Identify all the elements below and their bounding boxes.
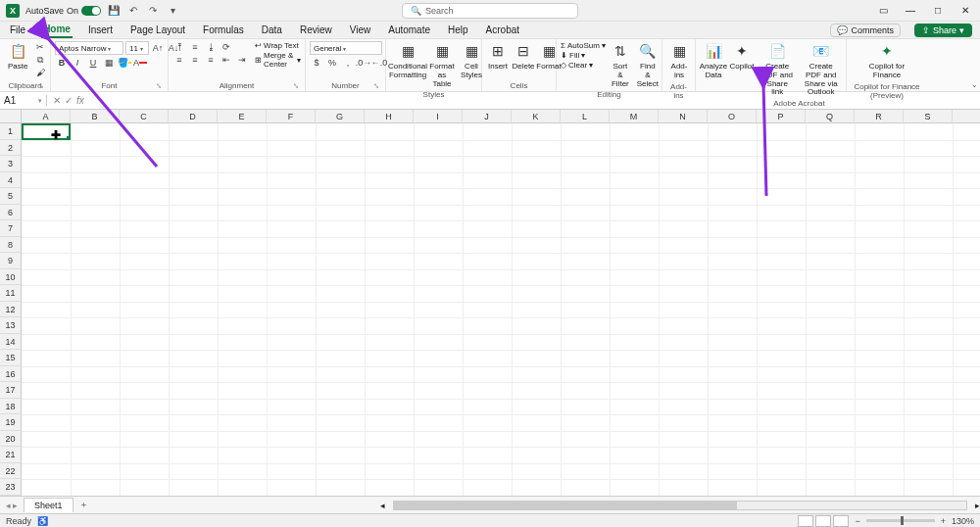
align-right-icon[interactable]: ≡ — [204, 54, 218, 66]
col-header[interactable]: P — [757, 110, 806, 122]
row-header[interactable]: 10 — [0, 269, 21, 286]
tab-page-layout[interactable]: Page Layout — [128, 23, 187, 37]
col-header[interactable]: I — [414, 110, 463, 122]
tab-view[interactable]: View — [348, 23, 373, 37]
autosave-toggle[interactable]: AutoSave On — [25, 6, 101, 16]
row-header[interactable]: 21 — [0, 447, 21, 463]
wrap-text-button[interactable]: ↩Wrap Text — [255, 41, 301, 50]
enter-formula-icon[interactable]: ✓ — [65, 95, 73, 106]
add-sheet-button[interactable]: ＋ — [74, 499, 94, 511]
italic-button[interactable]: I — [71, 57, 84, 69]
decrease-decimal-icon[interactable]: ←.0 — [372, 57, 386, 69]
tab-help[interactable]: Help — [446, 23, 470, 37]
increase-indent-icon[interactable]: ⇥ — [235, 54, 249, 66]
col-header[interactable]: D — [169, 110, 218, 122]
undo-icon[interactable]: ↶ — [126, 4, 140, 18]
row-header[interactable]: 9 — [0, 253, 21, 269]
row-header[interactable]: 6 — [0, 205, 21, 221]
worksheet-grid[interactable]: ABCDEFGHIJKLMNOPQRS 12345678910111213141… — [0, 110, 980, 502]
row-header[interactable]: 23 — [0, 479, 21, 496]
analyze-data-button[interactable]: 📊Analyze Data — [700, 41, 727, 82]
page-break-view-icon[interactable] — [833, 515, 849, 527]
col-header[interactable]: F — [267, 110, 316, 122]
col-header[interactable]: G — [316, 110, 365, 122]
fill-color-button[interactable]: 🪣 — [118, 57, 131, 69]
accessibility-icon[interactable]: ♿ — [37, 516, 48, 526]
horizontal-scrollbar[interactable] — [393, 501, 967, 510]
copy-icon[interactable]: ⧉ — [33, 54, 47, 66]
normal-view-icon[interactable] — [798, 515, 813, 527]
tab-acrobat[interactable]: Acrobat — [484, 23, 521, 37]
row-header[interactable]: 11 — [0, 285, 21, 302]
select-all-corner[interactable] — [0, 110, 22, 123]
row-header[interactable]: 17 — [0, 382, 21, 399]
name-box[interactable]: A1▾ — [0, 95, 47, 106]
increase-font-icon[interactable]: A↑ — [151, 42, 165, 54]
page-layout-view-icon[interactable] — [815, 515, 831, 527]
scroll-right-icon[interactable]: ▸ — [975, 501, 980, 510]
cells-area[interactable]: ✚ — [22, 123, 980, 502]
column-headers[interactable]: ABCDEFGHIJKLMNOPQRS — [22, 110, 980, 123]
row-header[interactable]: 2 — [0, 140, 21, 157]
paste-button[interactable]: 📋 Paste — [4, 41, 31, 73]
row-header[interactable]: 18 — [0, 399, 21, 415]
maximize-icon[interactable]: □ — [929, 2, 947, 20]
zoom-in-icon[interactable]: + — [941, 516, 946, 526]
font-color-button[interactable]: A — [133, 57, 147, 69]
bold-button[interactable]: B — [55, 57, 69, 69]
zoom-out-icon[interactable]: − — [855, 516, 859, 526]
format-as-table-button[interactable]: ▦Format as Table — [427, 41, 457, 90]
cancel-formula-icon[interactable]: ✕ — [53, 95, 61, 106]
search-input[interactable]: 🔍 Search — [402, 3, 578, 19]
align-bottom-icon[interactable]: ⭳ — [204, 41, 218, 53]
zoom-level[interactable]: 130% — [952, 516, 974, 526]
increase-decimal-icon[interactable]: .0→ — [357, 57, 370, 69]
conditional-formatting-button[interactable]: ▦Conditional Formatting — [390, 41, 425, 82]
comma-icon[interactable]: , — [341, 57, 355, 69]
row-header[interactable]: 7 — [0, 220, 21, 237]
active-cell[interactable]: ✚ — [22, 123, 71, 140]
tab-home[interactable]: Home — [41, 22, 73, 38]
row-header[interactable]: 3 — [0, 156, 21, 172]
row-header[interactable]: 4 — [0, 172, 21, 189]
align-left-icon[interactable]: ≡ — [172, 54, 186, 66]
percent-icon[interactable]: % — [325, 57, 339, 69]
col-header[interactable]: K — [512, 110, 561, 122]
accounting-icon[interactable]: $ — [310, 57, 323, 69]
row-header[interactable]: 16 — [0, 366, 21, 383]
copilot-finance-button[interactable]: ✦Copilot for Finance — [851, 41, 923, 82]
launcher-icon[interactable]: ⤡ — [156, 82, 162, 90]
comments-button[interactable]: 💬 Comments — [830, 24, 901, 37]
col-header[interactable]: A — [22, 110, 71, 122]
tab-review[interactable]: Review — [298, 23, 334, 37]
col-header[interactable]: O — [708, 110, 757, 122]
minimize-icon[interactable]: — — [902, 2, 919, 20]
border-button[interactable]: ▦ — [102, 57, 116, 69]
scroll-left-icon[interactable]: ◂ — [380, 501, 385, 510]
font-size-select[interactable]: 11▾ — [125, 41, 149, 55]
qat-dropdown-icon[interactable]: ▾ — [166, 4, 179, 18]
underline-button[interactable]: U — [86, 57, 100, 69]
sheet-tab-active[interactable]: Sheet1 — [24, 498, 74, 512]
tab-automate[interactable]: Automate — [386, 23, 432, 37]
sort-filter-button[interactable]: ⇅Sort & Filter — [608, 41, 633, 90]
col-header[interactable]: R — [855, 110, 904, 122]
redo-icon[interactable]: ↷ — [146, 4, 160, 18]
number-format-select[interactable]: General▾ — [310, 41, 382, 55]
launcher-icon[interactable]: ⤡ — [373, 82, 379, 90]
col-header[interactable]: C — [120, 110, 169, 122]
decrease-indent-icon[interactable]: ⇤ — [220, 54, 233, 66]
align-middle-icon[interactable]: ≡ — [188, 41, 202, 53]
share-button[interactable]: ⇪ Share ▾ — [914, 24, 972, 37]
find-select-button[interactable]: 🔍Find & Select — [635, 41, 661, 90]
tab-formulas[interactable]: Formulas — [201, 23, 246, 37]
close-icon[interactable]: ✕ — [956, 2, 974, 20]
ribbon-display-icon[interactable]: ▭ — [874, 2, 892, 20]
align-top-icon[interactable]: ⭱ — [172, 41, 186, 53]
col-header[interactable]: H — [365, 110, 414, 122]
delete-cells-button[interactable]: ⊟Delete — [512, 41, 535, 73]
tab-data[interactable]: Data — [260, 23, 284, 37]
tab-insert[interactable]: Insert — [86, 23, 115, 37]
tab-file[interactable]: File — [8, 23, 27, 37]
merge-center-button[interactable]: ⊞Merge & Center▾ — [255, 51, 301, 69]
